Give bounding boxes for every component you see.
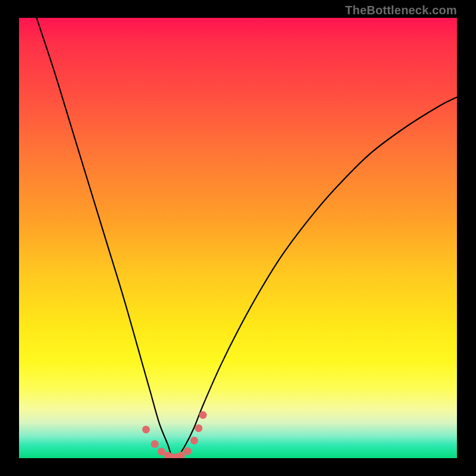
highlight-dot: [195, 424, 202, 432]
highlight-dot: [177, 452, 185, 459]
curve-layer: [0, 0, 476, 476]
highlight-dot: [184, 447, 192, 455]
highlight-dot: [158, 447, 165, 455]
highlight-dot: [151, 440, 159, 448]
highlight-dot: [142, 425, 150, 433]
highlight-dot: [190, 437, 198, 444]
highlight-dot: [199, 411, 207, 419]
chart-frame: TheBottleneck.com: [0, 0, 476, 476]
bottleneck-curve: [19, 0, 457, 460]
